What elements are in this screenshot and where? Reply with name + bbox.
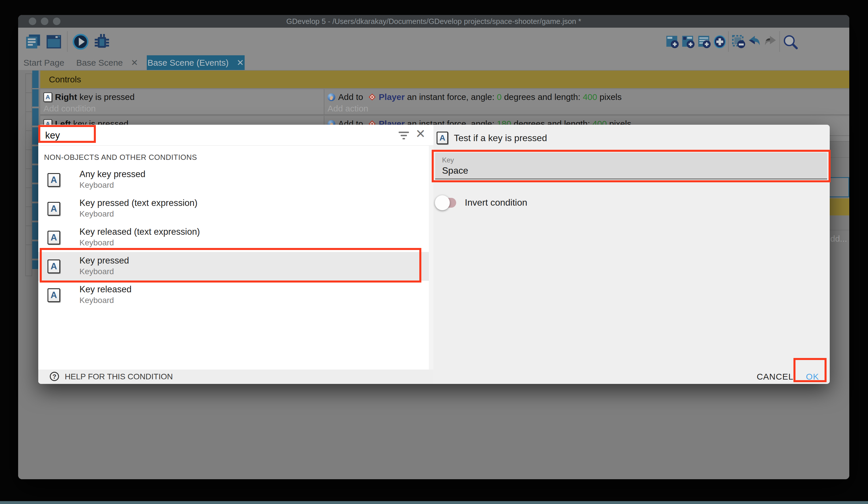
conditions-section-header: NON-OBJECTS AND OTHER CONDITIONS bbox=[44, 153, 197, 162]
player-object-icon bbox=[368, 93, 376, 101]
event-row-divider bbox=[830, 135, 849, 136]
event-group-bar[interactable] bbox=[32, 165, 39, 183]
preview-button[interactable] bbox=[72, 33, 89, 50]
add-event-icon bbox=[665, 33, 679, 50]
annotation-ok-button bbox=[794, 358, 827, 382]
condition-item-subtitle: Keyboard bbox=[80, 238, 114, 248]
event-group-bar[interactable] bbox=[32, 71, 39, 88]
event-group-bar[interactable] bbox=[32, 127, 39, 144]
event-group-header-peek bbox=[828, 199, 849, 215]
project-manager-button[interactable] bbox=[24, 33, 41, 50]
event-group-bar[interactable] bbox=[32, 241, 39, 259]
event-tree-tick bbox=[25, 225, 32, 226]
condition-item-any-key-pressed[interactable]: A Any key pressed Keyboard bbox=[38, 165, 430, 194]
condition-item-subtitle: Keyboard bbox=[80, 181, 114, 190]
add-subevent-button[interactable] bbox=[681, 33, 695, 50]
event-group-bar[interactable] bbox=[32, 260, 39, 269]
condition-item-title: Key released bbox=[80, 284, 132, 295]
cancel-button[interactable]: CANCEL bbox=[756, 370, 794, 383]
event-tree-tick bbox=[25, 130, 32, 131]
condition-item-title: Key pressed (text expression) bbox=[80, 198, 197, 208]
event-group-bar[interactable] bbox=[32, 108, 39, 125]
actions-cell[interactable]: Add to Player an instant force, angle: 0… bbox=[324, 89, 849, 115]
keyboard-key-icon: A bbox=[43, 92, 52, 102]
add-action-link[interactable]: Add action bbox=[328, 104, 368, 113]
event-tree-tick bbox=[25, 206, 32, 207]
clear-search-icon[interactable]: ✕ bbox=[414, 127, 427, 141]
keyboard-key-icon: A bbox=[437, 132, 448, 144]
scene-window-icon bbox=[45, 33, 62, 50]
add-subevent-icon bbox=[681, 33, 695, 50]
event-row-divider bbox=[830, 230, 849, 230]
condition-item-key-released-text-expression[interactable]: A Key released (text expression) Keyboar… bbox=[38, 223, 430, 252]
tab-base-scene-events[interactable]: Base Scene (Events) ✕ bbox=[147, 55, 245, 70]
selected-event-outline bbox=[827, 177, 849, 197]
force-action-icon bbox=[328, 93, 335, 101]
event-tree-tick bbox=[25, 150, 32, 150]
conditions-cell[interactable]: A Right key is pressed Add condition bbox=[40, 89, 324, 115]
condition-item-key-pressed-text-expression[interactable]: A Key pressed (text expression) Keyboard bbox=[38, 194, 430, 223]
debugger-chip-icon bbox=[94, 33, 110, 50]
help-for-condition-button[interactable]: HELP FOR THIS CONDITION bbox=[65, 370, 173, 384]
event-tree-tick bbox=[25, 244, 32, 245]
window-title: GDevelop 5 - /Users/dkarakay/Documents/G… bbox=[18, 15, 849, 28]
tab-start-page[interactable]: Start Page bbox=[20, 55, 68, 70]
event-tree-tick bbox=[25, 111, 32, 112]
action-text: Add to bbox=[338, 92, 365, 102]
invert-condition-toggle[interactable] bbox=[435, 195, 458, 210]
event-tree-tick bbox=[25, 92, 32, 93]
event-tree-line bbox=[25, 73, 26, 276]
filter-icon[interactable] bbox=[399, 132, 409, 140]
add-comment-button[interactable] bbox=[698, 33, 711, 50]
event-group-bar[interactable] bbox=[32, 89, 39, 107]
event-row: A Right key is pressed Add condition Add… bbox=[40, 89, 849, 115]
condition-item-title: Key released (text expression) bbox=[80, 226, 200, 237]
event-tree-tick bbox=[25, 169, 32, 169]
scene-editor-button[interactable] bbox=[45, 33, 62, 50]
keyboard-key-icon: A bbox=[48, 173, 60, 187]
event-tree-tick bbox=[25, 276, 32, 276]
condition-item-subtitle: Keyboard bbox=[80, 209, 114, 219]
event-tree-tick bbox=[25, 73, 32, 74]
event-group-header[interactable]: Controls bbox=[40, 71, 849, 88]
event-row-divider bbox=[830, 157, 849, 158]
add-event-button[interactable] bbox=[665, 33, 679, 50]
undo-button[interactable] bbox=[747, 33, 761, 50]
invert-condition-label: Invert condition bbox=[465, 197, 527, 208]
toolbar bbox=[18, 28, 849, 55]
annotation-search-input bbox=[38, 125, 96, 143]
search-events-button[interactable] bbox=[783, 33, 798, 50]
toolbar-divider bbox=[728, 31, 729, 52]
tab-base-scene[interactable]: Base Scene ✕ bbox=[68, 55, 147, 70]
condition-item-subtitle: Keyboard bbox=[80, 296, 114, 305]
add-event-link-truncated[interactable]: dd... bbox=[830, 234, 847, 244]
condition-text: Right key is pressed bbox=[55, 92, 135, 102]
tab-label: Base Scene (Events) bbox=[148, 55, 229, 70]
add-comment-icon bbox=[698, 33, 711, 50]
dialog-footer: ? HELP FOR THIS CONDITION bbox=[38, 370, 433, 384]
keyboard-key-icon: A bbox=[48, 288, 60, 302]
event-group-bar[interactable] bbox=[32, 146, 39, 164]
project-manager-icon bbox=[24, 33, 41, 50]
redo-button[interactable] bbox=[764, 33, 777, 50]
tab-close-icon[interactable]: ✕ bbox=[237, 55, 244, 70]
debug-button[interactable] bbox=[94, 33, 110, 50]
add-something-button[interactable] bbox=[713, 33, 727, 50]
delete-event-button[interactable] bbox=[732, 33, 746, 50]
condition-item-key-released[interactable]: A Key released Keyboard bbox=[38, 281, 430, 310]
circle-plus-icon bbox=[713, 33, 727, 50]
event-group-bar[interactable] bbox=[32, 222, 39, 240]
condition-item-title: Any key pressed bbox=[80, 169, 145, 179]
action-text: Player an instant force, angle: 0 degree… bbox=[379, 92, 622, 102]
undo-icon bbox=[747, 33, 761, 50]
toggle-knob bbox=[435, 195, 450, 210]
tab-close-icon[interactable]: ✕ bbox=[131, 55, 138, 70]
toolbar-divider bbox=[779, 31, 780, 52]
tab-label: Base Scene bbox=[76, 55, 123, 70]
add-condition-link[interactable]: Add condition bbox=[43, 104, 96, 113]
event-group-bar[interactable] bbox=[32, 203, 39, 221]
condition-title: Test if a key is pressed bbox=[454, 133, 547, 143]
event-group-bar[interactable] bbox=[32, 184, 39, 202]
toolbar-divider bbox=[67, 31, 68, 52]
divider bbox=[38, 145, 433, 146]
